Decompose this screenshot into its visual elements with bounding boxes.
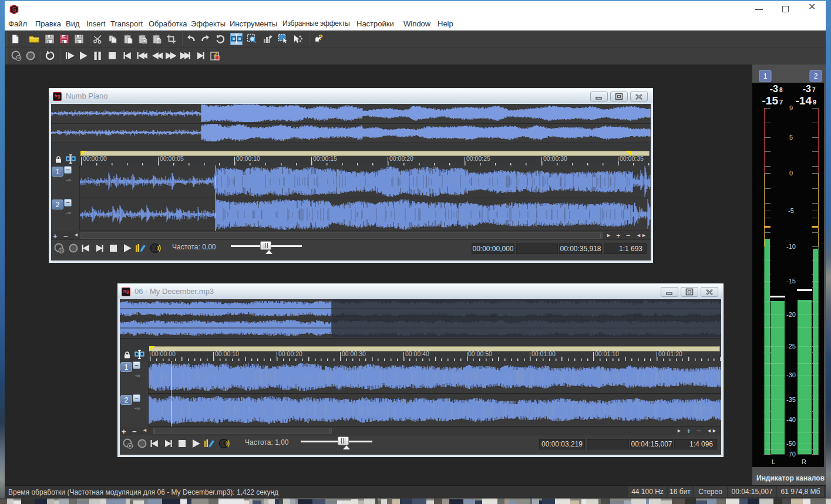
svg-text:-70: -70 (786, 451, 796, 458)
svg-text:00:00:10: 00:00:10 (236, 155, 260, 162)
svg-text:00:00:35: 00:00:35 (620, 155, 644, 162)
svg-text:00:00:20: 00:00:20 (278, 350, 302, 357)
svg-text:00:00:50: 00:00:50 (468, 350, 492, 357)
svg-text:L: L (772, 458, 775, 465)
svg-text:S: S (12, 6, 16, 13)
svg-text:-25: -25 (786, 343, 796, 350)
svg-text:-40: -40 (786, 416, 796, 423)
svg-text:-5: -5 (788, 207, 794, 214)
svg-text:-30: -30 (786, 371, 796, 378)
svg-text:00:00:30: 00:00:30 (543, 155, 567, 162)
svg-text:0: 0 (789, 170, 793, 177)
svg-text:-3: -3 (770, 84, 778, 94)
svg-text:00:00:20: 00:00:20 (389, 155, 413, 162)
svg-text:00:01:20: 00:01:20 (658, 350, 682, 357)
svg-text:00:00:05: 00:00:05 (160, 155, 184, 162)
svg-text:00:00:25: 00:00:25 (466, 155, 490, 162)
svg-text:00:00:00: 00:00:00 (152, 350, 176, 357)
svg-text:-3: -3 (803, 84, 811, 94)
svg-text:-50: -50 (786, 440, 796, 447)
svg-text:-15: -15 (786, 278, 796, 285)
svg-text:00:01:10: 00:01:10 (595, 350, 619, 357)
svg-text:00:01:00: 00:01:00 (531, 350, 556, 357)
svg-text:-20: -20 (786, 311, 796, 318)
svg-text:7: 7 (779, 99, 783, 106)
svg-text:8: 8 (779, 87, 783, 93)
svg-text:00:00:40: 00:00:40 (405, 350, 429, 357)
svg-text:9: 9 (813, 99, 816, 106)
svg-text:00:00:00: 00:00:00 (83, 155, 107, 162)
svg-text:R: R (802, 458, 806, 465)
svg-text:5: 5 (789, 134, 793, 141)
svg-text:00:00:10: 00:00:10 (215, 350, 239, 357)
svg-text:1: 1 (763, 72, 768, 80)
svg-text:00:00:15: 00:00:15 (313, 155, 337, 162)
svg-text:-14: -14 (796, 94, 812, 107)
svg-text:2: 2 (814, 72, 818, 80)
svg-text:Индикатор каналов: Индикатор каналов (756, 474, 825, 482)
svg-text:7: 7 (812, 87, 816, 93)
svg-text:-35: -35 (786, 396, 796, 403)
svg-text:00:00:30: 00:00:30 (342, 350, 366, 357)
svg-text:-15: -15 (762, 94, 779, 107)
svg-text:-10: -10 (786, 243, 796, 250)
svg-text:9: 9 (789, 104, 793, 111)
